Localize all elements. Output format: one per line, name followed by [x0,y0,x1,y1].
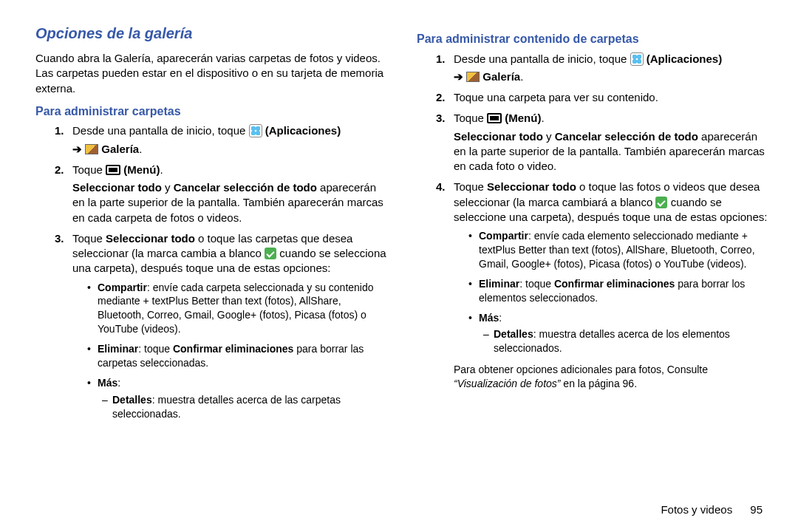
option-share: Compartir: envíe cada elemento seleccion… [468,229,768,271]
more-details: Detalles: muestra detalles acerca de los… [479,327,768,355]
step-4: 4. Toque Seleccionar todo o toque las fo… [436,180,768,391]
arrow-icon: ➔ [72,143,82,155]
more-details: Detalles: muestra detalles acerca de las… [98,393,387,421]
step-1-line2: ➔ Galería. [454,69,768,84]
step-number: 3. [436,111,446,126]
step-1: 1. Desde una pantalla de inicio, toque (… [55,123,387,157]
gallery-icon [466,72,480,82]
intro-text: Cuando abra la Galería, aparecerán varia… [35,51,387,96]
menu-icon [487,113,502,123]
gallery-icon [85,144,98,154]
option-more: Más: Detalles: muestra detalles acerca d… [87,376,387,421]
step-text: Desde una pantalla de inicio, toque [72,124,249,137]
option-more: Más: Detalles: muestra detalles acerca d… [468,311,768,356]
apps-icon [630,52,644,66]
step-2: 2. Toque (Menú). Seleccionar todo y Canc… [55,163,387,225]
options-list: Compartir: envíe cada elemento seleccion… [454,229,768,355]
step-number: 2. [436,90,446,105]
step-3: 3. Toque Seleccionar todo o toque las ca… [55,231,387,421]
steps-list: 1. Desde una pantalla de inicio, toque (… [55,123,387,420]
footer-page-number: 95 [750,503,763,516]
page-footer: Fotos y videos 95 [661,503,763,516]
left-column: Opciones de la galería Cuando abra la Ga… [35,24,402,517]
step-text: Toque [72,163,106,176]
section-heading: Opciones de la galería [35,24,387,44]
right-column: Para administrar contenido de carpetas 1… [402,24,768,517]
step-1-line2: ➔ Galería. [72,142,387,157]
step-number: 4. [436,180,446,194]
option-share: Compartir: envíe cada carpeta selecciona… [87,281,387,337]
step-3-detail: Seleccionar todo y Cancelar selección de… [454,129,768,174]
option-delete: Eliminar: toque Confirmar eliminaciones … [87,342,387,370]
footer-section: Fotos y videos [661,503,732,516]
check-icon [655,197,667,208]
step-number: 1. [55,123,64,138]
menu-icon [106,165,120,175]
step-3: 3. Toque (Menú). Seleccionar todo y Canc… [436,111,768,174]
menu-label: (Menú) [123,163,160,176]
gallery-label: Galería [101,143,139,155]
steps-list: 1. Desde una pantalla de inicio, toque (… [436,52,768,391]
cross-reference: Para obtener opciones adicionales para f… [454,363,768,391]
option-delete: Eliminar: toque Confirmar eliminaciones … [468,277,768,305]
step-number: 2. [55,163,64,177]
options-list: Compartir: envíe cada carpeta selecciona… [72,281,387,421]
apps-icon [249,124,262,137]
step-2-detail: Seleccionar todo y Cancelar selección de… [72,180,387,225]
step-1: 1. Desde una pantalla de inicio, toque (… [436,52,768,85]
arrow-icon: ➔ [454,70,463,83]
check-icon [265,248,276,259]
apps-label: (Aplicaciones) [265,124,341,137]
subheading-manage-folders: Para administrar carpetas [35,103,387,120]
step-number: 1. [436,52,446,66]
step-number: 3. [55,231,64,246]
step-2: 2. Toque una carpeta para ver su conteni… [436,90,768,105]
subheading-manage-content: Para administrar contenido de carpetas [417,31,768,47]
